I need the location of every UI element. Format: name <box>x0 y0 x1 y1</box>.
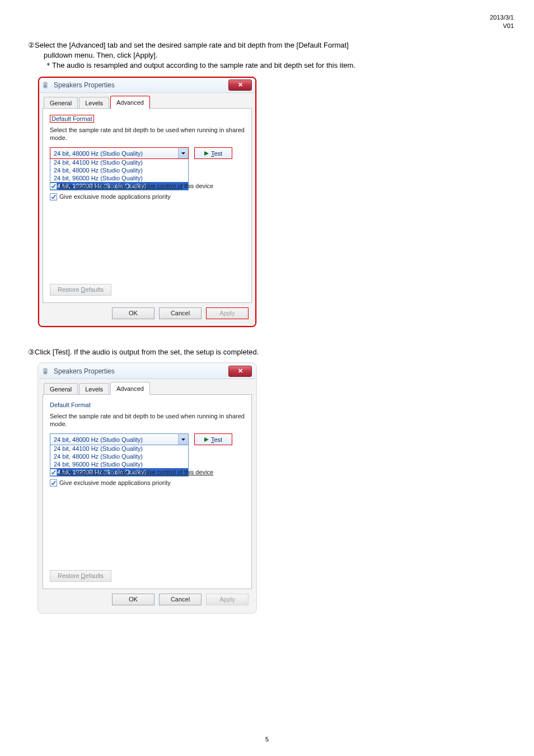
step2-line3: ＊The audio is resampled and output accor… <box>28 60 506 71</box>
speakers-properties-dialog-2: Speakers Properties ✕ General Levels Adv… <box>38 363 256 613</box>
format-combobox-2[interactable]: 24 bit, 48000 Hz (Studio Quality) <box>50 433 189 445</box>
default-format-label: Default Format <box>50 115 94 123</box>
format-option-2[interactable]: 24 bit, 96000 Hz (Studio Quality) <box>50 174 188 182</box>
tab-content-2: Default Format Select the sample rate an… <box>43 394 252 589</box>
tab-general-label: General <box>50 100 72 106</box>
tab-levels[interactable]: Levels <box>79 97 109 109</box>
titlebar: Speakers Properties ✕ <box>39 78 255 93</box>
svg-marker-7 <box>204 437 209 442</box>
speakers-properties-dialog-1: Speakers Properties ✕ General Levels Adv… <box>38 77 256 327</box>
test-button[interactable]: Test <box>194 147 232 159</box>
cancel-label: Cancel <box>171 310 190 316</box>
restore-defaults-label-2: Restore Defaults <box>58 572 104 579</box>
doc-date: 2013/3/1 <box>490 13 514 22</box>
speaker-icon <box>43 367 50 375</box>
dialog-title: Speakers Properties <box>54 81 115 89</box>
format-combobox[interactable]: 24 bit, 48000 Hz (Studio Quality) <box>50 147 189 159</box>
allow-exclusive-checkbox[interactable] <box>50 183 57 190</box>
ok-button-2[interactable]: OK <box>112 594 154 605</box>
chevron-down-icon <box>178 434 188 445</box>
allow-exclusive-text-a: Allow applications to take exclusive con… <box>59 183 182 189</box>
svg-marker-2 <box>181 152 185 155</box>
default-format-label-2: Default Format <box>50 402 91 408</box>
format-option-b2[interactable]: 24 bit, 96000 Hz (Studio Quality) <box>50 460 188 468</box>
format-option-b0[interactable]: 24 bit, 44100 Hz (Studio Quality) <box>50 445 188 452</box>
tab-general-2[interactable]: General <box>44 383 78 395</box>
play-icon <box>204 151 209 156</box>
svg-point-5 <box>44 371 46 374</box>
close-button[interactable]: ✕ <box>228 80 252 91</box>
format-option-b1[interactable]: 24 bit, 48000 Hz (Studio Quality) <box>50 452 188 460</box>
svg-marker-3 <box>204 151 209 156</box>
apply-label: Apply <box>219 310 235 316</box>
default-format-desc-2: Select the sample rate and bit depth to … <box>50 412 245 428</box>
close-icon: ✕ <box>238 82 243 88</box>
step2-line1: ②Select the [Advanced] tab and set the d… <box>28 40 506 50</box>
give-priority-label: Give exclusive mode applications priorit… <box>59 193 171 200</box>
tab-advanced[interactable]: Advanced <box>110 96 150 109</box>
tab-advanced-label-2: Advanced <box>116 385 144 392</box>
test-button-label: Test <box>211 150 222 157</box>
apply-button-2[interactable]: Apply <box>206 594 249 605</box>
tab-general-label-2: General <box>50 386 72 393</box>
doc-version: V01 <box>490 22 514 30</box>
allow-exclusive-text-suffix: his device <box>186 183 213 189</box>
format-option-0[interactable]: 24 bit, 44100 Hz (Studio Quality) <box>50 158 188 166</box>
step2-text: ②Select the [Advanced] tab and set the d… <box>28 40 506 71</box>
step3-text: ③Click [Test]. If the audio is output fr… <box>28 347 506 357</box>
apply-button[interactable]: Apply <box>206 307 249 319</box>
speaker-icon <box>43 81 50 89</box>
dialog-title-2: Speakers Properties <box>54 367 115 375</box>
tab-content: Default Format Select the sample rate an… <box>43 108 252 303</box>
cancel-button-2[interactable]: Cancel <box>159 594 202 605</box>
allow-exclusive-label-2: Allow applications to take exclusive con… <box>59 469 213 475</box>
restore-defaults-label: Restore Defaults <box>58 286 104 293</box>
allow-exclusive-checkbox-2[interactable] <box>50 469 57 476</box>
test-button-2[interactable]: Test <box>194 433 232 445</box>
play-icon <box>204 437 209 442</box>
give-priority-checkbox-2[interactable] <box>50 479 57 487</box>
default-format-desc: Select the sample rate and bit depth to … <box>50 126 245 142</box>
svg-marker-6 <box>181 438 185 441</box>
step2-line2: pulldown menu. Then, click [Apply]. <box>28 50 506 60</box>
tab-strip: General Levels Advanced <box>43 96 252 109</box>
format-combobox-value: 24 bit, 48000 Hz (Studio Quality) <box>54 150 143 157</box>
tab-advanced-2[interactable]: Advanced <box>110 382 150 395</box>
give-priority-checkbox[interactable] <box>50 193 57 200</box>
format-combobox-value-2: 24 bit, 48000 Hz (Studio Quality) <box>54 436 143 443</box>
close-icon: ✕ <box>238 368 243 374</box>
tab-strip-2: General Levels Advanced <box>43 382 252 395</box>
tab-levels-2[interactable]: Levels <box>79 383 109 395</box>
tab-general[interactable]: General <box>44 97 78 109</box>
tab-levels-label-2: Levels <box>85 386 103 393</box>
step3-line: ③Click [Test]. If the audio is output fr… <box>28 348 259 356</box>
page-number: 5 <box>265 736 269 743</box>
ok-label: OK <box>129 310 138 316</box>
chevron-down-icon <box>178 148 188 158</box>
ok-button[interactable]: OK <box>112 307 154 319</box>
titlebar-2: Speakers Properties ✕ <box>39 364 255 379</box>
cancel-label-2: Cancel <box>171 596 190 603</box>
allow-exclusive-label: Allow applications to take exclusive con… <box>59 183 213 189</box>
give-priority-label-2: Give exclusive mode applications priorit… <box>59 479 171 486</box>
format-option-1[interactable]: 24 bit, 48000 Hz (Studio Quality) <box>50 166 188 174</box>
apply-label-2: Apply <box>219 596 235 603</box>
close-button-2[interactable]: ✕ <box>228 366 252 377</box>
svg-point-1 <box>44 85 46 87</box>
ok-label-2: OK <box>129 596 138 603</box>
tab-advanced-label: Advanced <box>116 99 144 106</box>
restore-defaults-button-2[interactable]: Restore Defaults <box>50 570 111 582</box>
tab-levels-label: Levels <box>85 100 103 106</box>
test-button-label-2: Test <box>211 436 222 443</box>
restore-defaults-button[interactable]: Restore Defaults <box>50 284 111 296</box>
cancel-button[interactable]: Cancel <box>159 307 202 319</box>
